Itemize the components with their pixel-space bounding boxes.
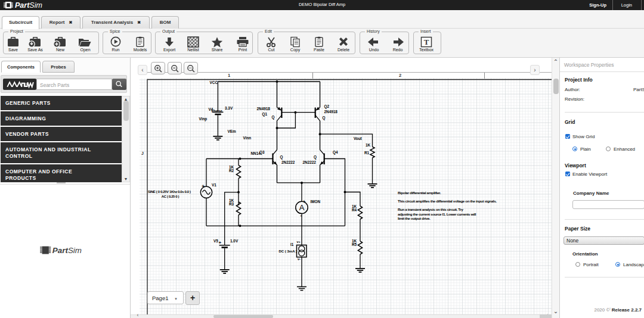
svg-text:Run a transient analysis on th: Run a transient analysis on this circuit…	[398, 207, 463, 211]
svg-text:Q3: Q3	[259, 150, 265, 155]
svg-text:V1: V1	[212, 183, 216, 187]
svg-text:v-: v-	[298, 257, 301, 261]
svg-text:R3: R3	[229, 202, 234, 206]
svg-text:I1: I1	[290, 242, 294, 247]
svg-text:A: A	[299, 203, 305, 212]
svg-text:VCC: VCC	[210, 80, 218, 85]
svg-text:Q: Q	[272, 115, 275, 120]
svg-text:+: +	[303, 199, 306, 204]
svg-text:Q: Q	[314, 155, 317, 160]
svg-text:Q: Q	[280, 155, 283, 160]
svg-text:IMON: IMON	[311, 199, 321, 204]
svg-text:DC ( 3mA ): DC ( 3mA )	[279, 250, 297, 253]
svg-text:Vbase: Vbase	[211, 109, 222, 113]
svg-text:Q4: Q4	[333, 150, 338, 155]
svg-text:3.3V: 3.3V	[225, 106, 233, 110]
svg-text:R5: R5	[352, 242, 357, 247]
svg-text:2N2222: 2N2222	[281, 160, 295, 164]
svg-text:T: T	[424, 38, 429, 46]
svg-text:limit the output drive.: limit the output drive.	[398, 216, 431, 220]
svg-text:1.0V: 1.0V	[230, 239, 239, 243]
svg-text:Vout: Vout	[354, 136, 363, 141]
svg-text:v+: v+	[297, 240, 301, 244]
svg-text:Bipolar differential amplifier: Bipolar differential amplifier.	[398, 191, 441, 195]
svg-text:Q2: Q2	[324, 104, 330, 109]
svg-text:Q1: Q1	[262, 112, 268, 117]
svg-text:+: +	[202, 183, 205, 189]
svg-text:R4: R4	[352, 208, 357, 212]
svg-text:R2: R2	[229, 169, 234, 173]
svg-text:R1: R1	[364, 151, 370, 155]
svg-text:+: +	[219, 240, 222, 245]
svg-text:Q: Q	[323, 116, 326, 120]
svg-text:PartSim: PartSim	[52, 246, 82, 255]
svg-text:This circuit amplifies the dif: This circuit amplifies the differential …	[398, 199, 497, 203]
svg-text:Vinp: Vinp	[199, 117, 208, 121]
svg-text:SINE ( 0 0.25V 1Khz 0.0s 0.0 ): SINE ( 0 0.25V 1Khz 0.0s 0.0 )	[148, 190, 191, 194]
svg-text:AC ( 0.25 0 ): AC ( 0.25 0 )	[162, 195, 179, 198]
svg-text:2N4918: 2N4918	[324, 110, 338, 114]
svg-text:Vinn: Vinn	[243, 136, 252, 140]
svg-text:adjusting the current source I: adjusting the current source I1. Lower c…	[398, 212, 476, 216]
svg-text:2N2222: 2N2222	[303, 160, 317, 164]
svg-text:V5: V5	[213, 239, 218, 243]
svg-text:2N4918: 2N4918	[257, 107, 271, 111]
svg-text:1K: 1K	[366, 143, 371, 147]
svg-text:VEm: VEm	[228, 129, 237, 133]
